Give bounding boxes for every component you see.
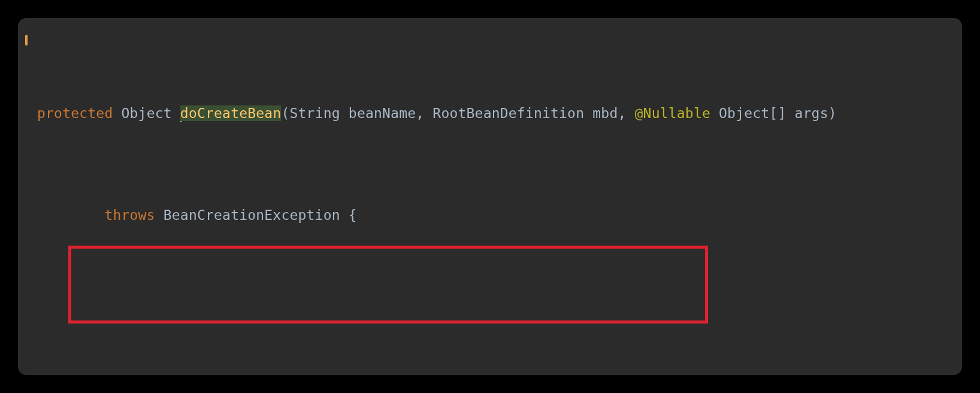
code-editor-window: protected Object doCreateBean(String bea… (18, 18, 962, 375)
comma: , (618, 105, 634, 121)
method-name: doCreateBean (180, 105, 282, 121)
code-line-2[interactable]: throws BeanCreationException { (37, 202, 962, 228)
comma: , (416, 105, 432, 121)
code-line-1[interactable]: protected Object doCreateBean(String bea… (37, 101, 962, 126)
paren-close: ) (828, 105, 837, 121)
exception-type: BeanCreationException (164, 207, 340, 223)
breakpoint-marker-icon[interactable] (25, 35, 28, 46)
brace-open: { (349, 207, 357, 223)
nullable-annotation: @Nullable (635, 105, 710, 121)
param-type-2: RootBeanDefinition (432, 105, 584, 121)
param-name-1: beanName (349, 105, 416, 121)
param-type-1: String (290, 105, 340, 121)
code-area[interactable]: protected Object doCreateBean(String bea… (18, 24, 962, 375)
param-name-2: mbd (592, 105, 618, 121)
keyword-throws: throws (104, 207, 155, 223)
return-type: Object (122, 105, 172, 121)
paren-open: ( (281, 105, 289, 121)
param-type-3: Object[] (719, 105, 786, 121)
param-name-3: args (795, 105, 828, 121)
keyword-protected: protected (37, 105, 113, 121)
